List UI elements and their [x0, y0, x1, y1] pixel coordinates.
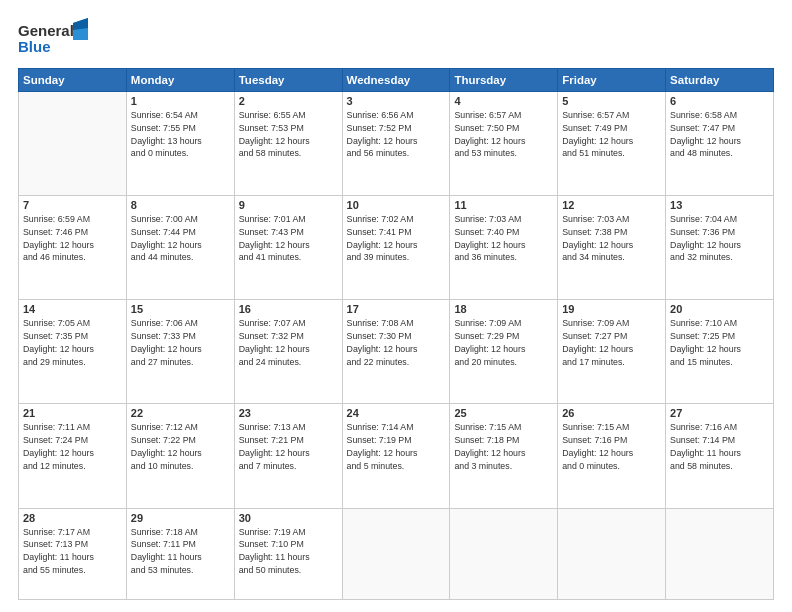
weekday-header-friday: Friday: [558, 69, 666, 92]
calendar-cell: 18Sunrise: 7:09 AMSunset: 7:29 PMDayligh…: [450, 300, 558, 404]
day-number: 30: [239, 512, 338, 524]
cell-info: Sunrise: 7:02 AMSunset: 7:41 PMDaylight:…: [347, 213, 446, 264]
cell-info: Sunrise: 7:11 AMSunset: 7:24 PMDaylight:…: [23, 421, 122, 472]
day-number: 27: [670, 407, 769, 419]
logo-svg: GeneralBlue: [18, 18, 88, 58]
day-number: 19: [562, 303, 661, 315]
cell-info: Sunrise: 7:16 AMSunset: 7:14 PMDaylight:…: [670, 421, 769, 472]
logo: GeneralBlue: [18, 18, 88, 58]
cell-info: Sunrise: 6:55 AMSunset: 7:53 PMDaylight:…: [239, 109, 338, 160]
calendar-cell: 26Sunrise: 7:15 AMSunset: 7:16 PMDayligh…: [558, 404, 666, 508]
calendar-cell: 7Sunrise: 6:59 AMSunset: 7:46 PMDaylight…: [19, 196, 127, 300]
calendar-cell: 23Sunrise: 7:13 AMSunset: 7:21 PMDayligh…: [234, 404, 342, 508]
cell-info: Sunrise: 7:07 AMSunset: 7:32 PMDaylight:…: [239, 317, 338, 368]
calendar-cell: 15Sunrise: 7:06 AMSunset: 7:33 PMDayligh…: [126, 300, 234, 404]
calendar-cell: [19, 92, 127, 196]
day-number: 21: [23, 407, 122, 419]
cell-info: Sunrise: 7:00 AMSunset: 7:44 PMDaylight:…: [131, 213, 230, 264]
svg-marker-3: [73, 18, 88, 30]
cell-info: Sunrise: 6:54 AMSunset: 7:55 PMDaylight:…: [131, 109, 230, 160]
cell-info: Sunrise: 7:03 AMSunset: 7:38 PMDaylight:…: [562, 213, 661, 264]
calendar-cell: [558, 508, 666, 600]
day-number: 16: [239, 303, 338, 315]
calendar-cell: 10Sunrise: 7:02 AMSunset: 7:41 PMDayligh…: [342, 196, 450, 300]
cell-info: Sunrise: 7:09 AMSunset: 7:27 PMDaylight:…: [562, 317, 661, 368]
svg-text:General: General: [18, 22, 74, 39]
week-row-3: 14Sunrise: 7:05 AMSunset: 7:35 PMDayligh…: [19, 300, 774, 404]
calendar-cell: 13Sunrise: 7:04 AMSunset: 7:36 PMDayligh…: [666, 196, 774, 300]
day-number: 28: [23, 512, 122, 524]
day-number: 7: [23, 199, 122, 211]
week-row-1: 1Sunrise: 6:54 AMSunset: 7:55 PMDaylight…: [19, 92, 774, 196]
cell-info: Sunrise: 7:15 AMSunset: 7:18 PMDaylight:…: [454, 421, 553, 472]
day-number: 1: [131, 95, 230, 107]
day-number: 18: [454, 303, 553, 315]
day-number: 25: [454, 407, 553, 419]
calendar-cell: [342, 508, 450, 600]
calendar-cell: 21Sunrise: 7:11 AMSunset: 7:24 PMDayligh…: [19, 404, 127, 508]
cell-info: Sunrise: 6:58 AMSunset: 7:47 PMDaylight:…: [670, 109, 769, 160]
cell-info: Sunrise: 7:17 AMSunset: 7:13 PMDaylight:…: [23, 526, 122, 577]
cell-info: Sunrise: 7:04 AMSunset: 7:36 PMDaylight:…: [670, 213, 769, 264]
weekday-header-row: SundayMondayTuesdayWednesdayThursdayFrid…: [19, 69, 774, 92]
calendar-cell: 30Sunrise: 7:19 AMSunset: 7:10 PMDayligh…: [234, 508, 342, 600]
weekday-header-thursday: Thursday: [450, 69, 558, 92]
day-number: 26: [562, 407, 661, 419]
day-number: 13: [670, 199, 769, 211]
day-number: 17: [347, 303, 446, 315]
calendar-cell: 29Sunrise: 7:18 AMSunset: 7:11 PMDayligh…: [126, 508, 234, 600]
calendar-cell: 27Sunrise: 7:16 AMSunset: 7:14 PMDayligh…: [666, 404, 774, 508]
cell-info: Sunrise: 7:09 AMSunset: 7:29 PMDaylight:…: [454, 317, 553, 368]
weekday-header-tuesday: Tuesday: [234, 69, 342, 92]
cell-info: Sunrise: 7:06 AMSunset: 7:33 PMDaylight:…: [131, 317, 230, 368]
calendar-cell: 25Sunrise: 7:15 AMSunset: 7:18 PMDayligh…: [450, 404, 558, 508]
calendar-cell: 6Sunrise: 6:58 AMSunset: 7:47 PMDaylight…: [666, 92, 774, 196]
day-number: 3: [347, 95, 446, 107]
day-number: 9: [239, 199, 338, 211]
day-number: 11: [454, 199, 553, 211]
calendar-table: SundayMondayTuesdayWednesdayThursdayFrid…: [18, 68, 774, 600]
calendar-cell: 2Sunrise: 6:55 AMSunset: 7:53 PMDaylight…: [234, 92, 342, 196]
cell-info: Sunrise: 7:13 AMSunset: 7:21 PMDaylight:…: [239, 421, 338, 472]
cell-info: Sunrise: 6:57 AMSunset: 7:49 PMDaylight:…: [562, 109, 661, 160]
cell-info: Sunrise: 7:01 AMSunset: 7:43 PMDaylight:…: [239, 213, 338, 264]
day-number: 12: [562, 199, 661, 211]
cell-info: Sunrise: 6:57 AMSunset: 7:50 PMDaylight:…: [454, 109, 553, 160]
day-number: 23: [239, 407, 338, 419]
header: GeneralBlue: [18, 18, 774, 58]
calendar-cell: 16Sunrise: 7:07 AMSunset: 7:32 PMDayligh…: [234, 300, 342, 404]
week-row-2: 7Sunrise: 6:59 AMSunset: 7:46 PMDaylight…: [19, 196, 774, 300]
calendar-cell: [450, 508, 558, 600]
calendar-cell: 3Sunrise: 6:56 AMSunset: 7:52 PMDaylight…: [342, 92, 450, 196]
day-number: 29: [131, 512, 230, 524]
weekday-header-saturday: Saturday: [666, 69, 774, 92]
cell-info: Sunrise: 7:14 AMSunset: 7:19 PMDaylight:…: [347, 421, 446, 472]
day-number: 20: [670, 303, 769, 315]
calendar-cell: 17Sunrise: 7:08 AMSunset: 7:30 PMDayligh…: [342, 300, 450, 404]
day-number: 15: [131, 303, 230, 315]
cell-info: Sunrise: 7:05 AMSunset: 7:35 PMDaylight:…: [23, 317, 122, 368]
cell-info: Sunrise: 6:56 AMSunset: 7:52 PMDaylight:…: [347, 109, 446, 160]
day-number: 6: [670, 95, 769, 107]
cell-info: Sunrise: 7:12 AMSunset: 7:22 PMDaylight:…: [131, 421, 230, 472]
calendar-cell: 1Sunrise: 6:54 AMSunset: 7:55 PMDaylight…: [126, 92, 234, 196]
cell-info: Sunrise: 7:03 AMSunset: 7:40 PMDaylight:…: [454, 213, 553, 264]
calendar-cell: 11Sunrise: 7:03 AMSunset: 7:40 PMDayligh…: [450, 196, 558, 300]
day-number: 24: [347, 407, 446, 419]
calendar-cell: 19Sunrise: 7:09 AMSunset: 7:27 PMDayligh…: [558, 300, 666, 404]
calendar-cell: 24Sunrise: 7:14 AMSunset: 7:19 PMDayligh…: [342, 404, 450, 508]
day-number: 14: [23, 303, 122, 315]
weekday-header-monday: Monday: [126, 69, 234, 92]
week-row-4: 21Sunrise: 7:11 AMSunset: 7:24 PMDayligh…: [19, 404, 774, 508]
day-number: 2: [239, 95, 338, 107]
day-number: 22: [131, 407, 230, 419]
cell-info: Sunrise: 7:08 AMSunset: 7:30 PMDaylight:…: [347, 317, 446, 368]
cell-info: Sunrise: 7:10 AMSunset: 7:25 PMDaylight:…: [670, 317, 769, 368]
week-row-5: 28Sunrise: 7:17 AMSunset: 7:13 PMDayligh…: [19, 508, 774, 600]
day-number: 5: [562, 95, 661, 107]
calendar-cell: 12Sunrise: 7:03 AMSunset: 7:38 PMDayligh…: [558, 196, 666, 300]
calendar-cell: 22Sunrise: 7:12 AMSunset: 7:22 PMDayligh…: [126, 404, 234, 508]
weekday-header-wednesday: Wednesday: [342, 69, 450, 92]
day-number: 10: [347, 199, 446, 211]
calendar-cell: 20Sunrise: 7:10 AMSunset: 7:25 PMDayligh…: [666, 300, 774, 404]
